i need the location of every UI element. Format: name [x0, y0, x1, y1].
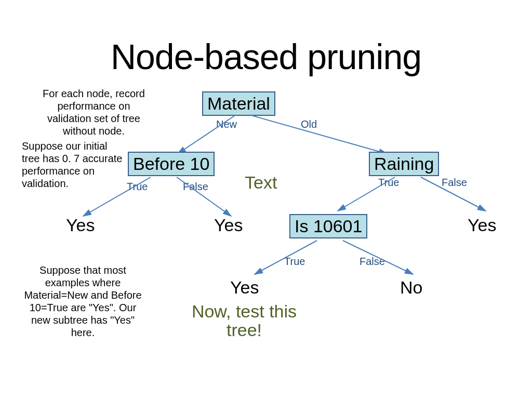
edge-is10601-true: True — [284, 256, 305, 268]
para-subtree-yes: Suppose that most examples where Materia… — [22, 264, 144, 339]
leaf-yes-is10601-true: Yes — [230, 277, 259, 298]
para-record-performance: For each node, record performance on val… — [35, 87, 152, 137]
edge-before10-false: False — [183, 181, 208, 193]
node-before10: Before 10 — [128, 152, 215, 176]
leaf-yes-raining-false: Yes — [468, 215, 496, 235]
page-title: Node-based pruning — [0, 36, 532, 77]
callout-text: Text — [245, 174, 277, 192]
leaf-yes-before10-false: Yes — [214, 215, 243, 235]
node-is10601: Is 10601 — [289, 214, 367, 238]
edge-raining-false: False — [442, 177, 467, 189]
para-initial-tree: Suppose our initial tree has 0. 7 accura… — [22, 140, 126, 190]
callout-test-tree: Now, test this tree! — [177, 302, 312, 339]
leaf-yes-before10-true: Yes — [66, 215, 95, 235]
leaf-no-is10601-false: No — [400, 277, 422, 298]
edge-raining-true: True — [378, 177, 399, 189]
edge-before10-true: True — [127, 181, 148, 193]
edge-new: New — [216, 118, 237, 130]
edge-is10601-false: False — [360, 256, 385, 268]
edge-old: Old — [301, 118, 317, 130]
node-material: Material — [202, 91, 275, 116]
node-raining: Raining — [369, 152, 439, 176]
svg-line-1 — [249, 115, 387, 154]
